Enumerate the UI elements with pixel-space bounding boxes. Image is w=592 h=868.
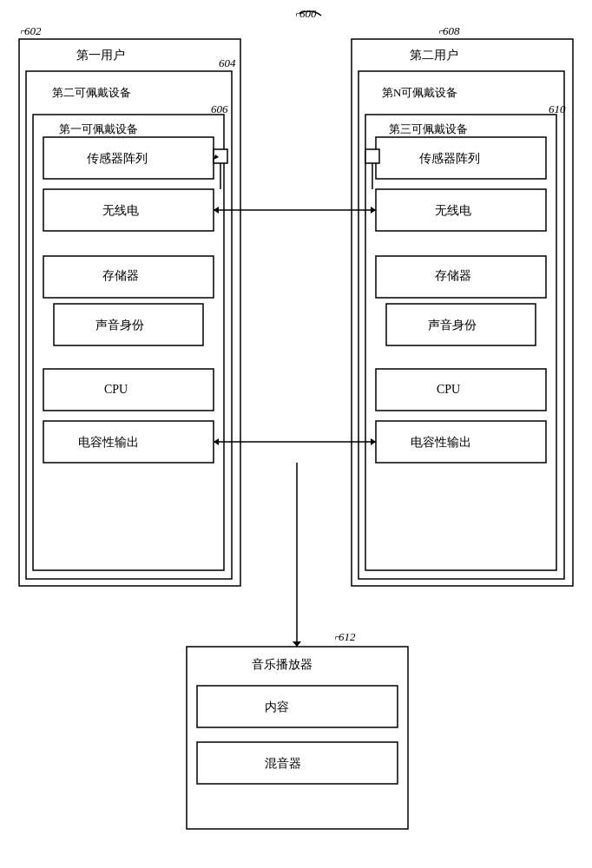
bottom-content-label: 内容 <box>265 700 289 715</box>
left-group-title: 第一用户 <box>76 48 125 63</box>
left-sensor-label: 传感器阵列 <box>87 151 148 167</box>
bottom-group-title: 音乐播放器 <box>252 657 312 673</box>
svg-marker-30 <box>293 641 301 647</box>
left-cpu-label: CPU <box>104 383 128 397</box>
ref-604: 604 <box>219 56 236 70</box>
svg-rect-5 <box>365 115 556 570</box>
left-voice-label: 声音身份 <box>95 318 144 333</box>
svg-rect-2 <box>33 115 224 570</box>
svg-marker-32 <box>214 155 219 160</box>
svg-rect-11 <box>43 369 214 411</box>
right-cpu-label: CPU <box>437 383 460 397</box>
svg-marker-25 <box>371 207 376 214</box>
left-second-wearable-label: 第二可佩戴设备 <box>52 85 131 101</box>
svg-marker-24 <box>214 207 219 214</box>
svg-rect-19 <box>197 686 398 727</box>
ref-610: 610 <box>549 102 566 116</box>
left-storage-label: 存储器 <box>102 268 139 284</box>
left-capacitive-label: 电容性输出 <box>78 435 139 450</box>
right-voice-label: 声音身份 <box>428 318 477 333</box>
bottom-mixer-label: 混音器 <box>265 756 301 772</box>
svg-rect-17 <box>376 369 546 411</box>
right-sensor-label: 传感器阵列 <box>419 151 480 167</box>
left-radio-label: 无线电 <box>102 203 139 219</box>
left-first-wearable-label: 第一可佩戴设备 <box>59 122 138 137</box>
right-radio-label: 无线电 <box>435 203 471 219</box>
svg-rect-6 <box>187 647 408 829</box>
svg-rect-21 <box>214 149 227 163</box>
svg-marker-28 <box>371 438 376 445</box>
ref-606: 606 <box>211 102 228 116</box>
svg-marker-27 <box>214 438 219 445</box>
right-capacitive-label: 电容性输出 <box>411 435 471 450</box>
right-group-title: 第二用户 <box>410 48 458 63</box>
right-nth-wearable-label: 第N可佩戴设备 <box>382 85 457 101</box>
right-third-wearable-label: 第三可佩戴设备 <box>389 122 468 137</box>
right-storage-label: 存储器 <box>435 268 471 284</box>
svg-rect-22 <box>365 149 379 163</box>
diagram: 600 ⌐ 602 ⌐ 604 606 608 ⌐ 610 612 ⌐ 第一用户… <box>0 0 592 868</box>
